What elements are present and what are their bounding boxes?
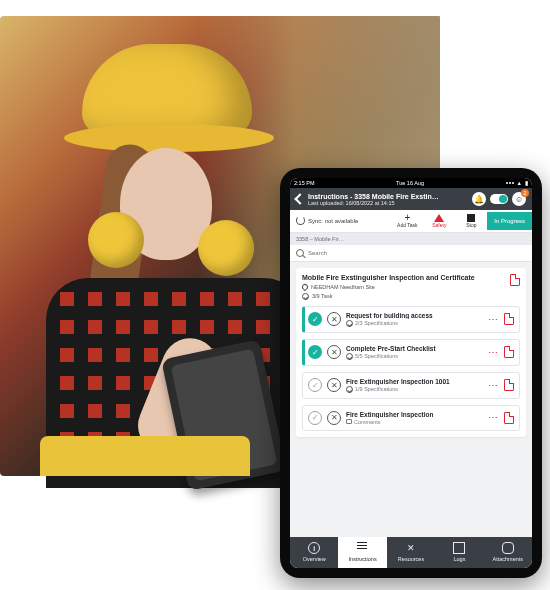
pdf-icon[interactable] (504, 313, 514, 325)
profile-button[interactable]: ☺ 2 (512, 192, 526, 206)
breadcrumb[interactable]: 3358 – Mobile Fir… (290, 233, 532, 245)
instruction-panel: Mobile Fire Exstinguisher Inspection and… (296, 268, 526, 437)
notifications-button[interactable]: 🔔 (472, 192, 486, 206)
task-title: Fire Extinguisher Inspection 1001 (346, 378, 483, 385)
nav-instructions[interactable]: Instructions (338, 537, 386, 568)
page-subtitle: Last uploaded: 16/08/2022 at 14:15 (308, 200, 468, 206)
logs-icon (453, 542, 465, 554)
signal-icon (506, 182, 514, 184)
more-icon[interactable]: ⋯ (488, 380, 499, 391)
site-name: NEEDHAM Needham Site (311, 284, 375, 290)
x-icon[interactable]: ✕ (327, 312, 341, 326)
search-input[interactable] (308, 250, 526, 256)
x-icon[interactable]: ✕ (327, 345, 341, 359)
nav-logs[interactable]: Logs (435, 537, 483, 568)
add-task-button[interactable]: + Add Task (391, 210, 423, 232)
safety-button[interactable]: Safety (423, 211, 455, 232)
nav-overview[interactable]: Overview (290, 537, 338, 568)
list-icon (357, 542, 369, 554)
task-progress: 3/9 Task (312, 293, 332, 299)
pdf-icon[interactable] (504, 412, 514, 424)
paperclip-icon (502, 542, 514, 554)
progress-icon (302, 293, 309, 300)
pdf-icon[interactable] (504, 346, 514, 358)
ios-status-bar: 2:15 PM Tue 16 Aug ▲ ▮ (290, 178, 532, 188)
pdf-icon[interactable] (504, 379, 514, 391)
wifi-icon: ▲ (517, 180, 522, 186)
bell-icon: 🔔 (474, 195, 484, 204)
nav-attachments[interactable]: Attachments (484, 537, 532, 568)
nav-resources[interactable]: Resources (387, 537, 435, 568)
ios-date: Tue 16 Aug (396, 180, 424, 186)
app-screen: 2:15 PM Tue 16 Aug ▲ ▮ Instructions - 33… (290, 178, 532, 568)
back-icon[interactable] (294, 193, 305, 204)
check-icon: ✓ (308, 312, 322, 326)
instruction-title: Mobile Fire Exstinguisher Inspection and… (302, 274, 506, 281)
task-title: Complete Pre-Start Checklist (346, 345, 483, 352)
content-area: Mobile Fire Exstinguisher Inspection and… (290, 262, 532, 538)
sync-icon (296, 216, 305, 225)
app-header: Instructions - 3358 Mobile Fire Exstin… … (290, 188, 532, 210)
info-icon (308, 542, 320, 554)
spec-icon (346, 386, 353, 393)
more-icon[interactable]: ⋯ (488, 347, 499, 358)
spec-icon (346, 353, 353, 360)
toolbar: Sync: not available + Add Task Safety St… (290, 210, 532, 233)
search-bar[interactable] (290, 245, 532, 262)
bottom-nav: Overview Instructions Resources Logs Att… (290, 537, 532, 568)
ios-time: 2:15 PM (294, 180, 314, 186)
pin-icon (301, 282, 309, 290)
tools-icon (405, 542, 417, 554)
warning-icon (434, 214, 444, 222)
more-icon[interactable]: ⋯ (488, 314, 499, 325)
sync-label: Sync: not available (308, 218, 358, 224)
task-row[interactable]: ✓ ✕ Complete Pre-Start Checklist 5/5 Spe… (302, 339, 520, 366)
more-icon[interactable]: ⋯ (488, 412, 499, 423)
profile-badge: 2 (521, 189, 529, 197)
page-title: Instructions - 3358 Mobile Fire Exstin… (308, 193, 468, 200)
spec-icon (346, 320, 353, 327)
tablet-device: 2:15 PM Tue 16 Aug ▲ ▮ Instructions - 33… (280, 168, 542, 578)
check-icon: ✓ (308, 411, 322, 425)
battery-icon: ▮ (525, 180, 528, 186)
x-icon[interactable]: ✕ (327, 411, 341, 425)
task-title: Fire Extinguisher Inspection (346, 411, 483, 418)
task-row[interactable]: ✓ ✕ Request for building access 2/3 Spec… (302, 306, 520, 333)
x-icon[interactable]: ✕ (327, 378, 341, 392)
online-toggle[interactable] (490, 194, 508, 204)
stop-icon (467, 214, 475, 222)
task-row[interactable]: ✓ ✕ Fire Extinguisher Inspection 1001 1/… (302, 372, 520, 399)
status-chip[interactable]: In Progress (487, 212, 532, 230)
stop-button[interactable]: Stop (455, 211, 487, 232)
task-row[interactable]: ✓ ✕ Fire Extinguisher Inspection Comment… (302, 405, 520, 431)
sync-status[interactable]: Sync: not available (290, 212, 391, 229)
pdf-icon[interactable] (510, 274, 520, 286)
search-icon (296, 249, 304, 257)
check-icon: ✓ (308, 345, 322, 359)
check-icon: ✓ (308, 378, 322, 392)
task-title: Request for building access (346, 312, 483, 319)
comment-icon (346, 419, 352, 424)
